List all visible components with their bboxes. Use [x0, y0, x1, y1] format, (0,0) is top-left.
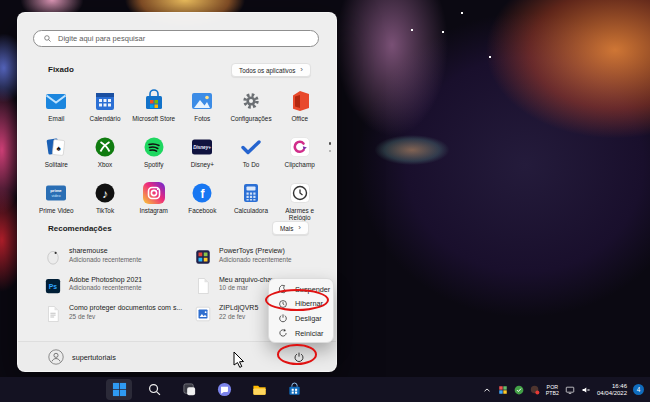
facebook-icon: f	[190, 181, 214, 205]
search-icon	[43, 34, 52, 43]
recommended-item-subtitle: Adicionado recentemente	[69, 284, 142, 292]
clock[interactable]: 16:46 04/04/2022	[597, 383, 627, 397]
xbox-icon	[93, 135, 117, 159]
recommended-section-title: Recomendações	[48, 224, 112, 233]
solitaire-icon: ♠	[44, 135, 68, 159]
taskbar-file-explorer-button[interactable]	[246, 379, 272, 400]
recommended-item-subtitle: Adicionado recentemente	[69, 256, 141, 264]
todo-check-icon	[239, 135, 263, 159]
email-icon	[44, 89, 68, 113]
power-menu-item[interactable]: Reiniciar	[269, 326, 333, 341]
pinned-app-label: Prime Video	[39, 207, 74, 214]
recommended-item-subtitle: 22 de fev	[219, 313, 258, 321]
spotify-icon	[142, 135, 166, 159]
pinned-app-label: Instagram	[139, 207, 167, 214]
svg-text:Ps: Ps	[49, 283, 58, 290]
mouse-cursor	[233, 351, 245, 372]
search-input[interactable]: Digite aqui para pesquisar	[33, 30, 319, 47]
pinned-section-title: Fixado	[48, 65, 74, 74]
alarm-clock-icon	[288, 181, 312, 205]
store-bag-icon	[287, 382, 302, 397]
tray-app-icon-2[interactable]	[514, 385, 524, 395]
search-placeholder: Digite aqui para pesquisar	[58, 34, 145, 43]
avatar	[48, 349, 64, 365]
power-menu-item[interactable]: Desligar	[269, 311, 333, 326]
tray-date: 04/04/2022	[597, 390, 627, 397]
pinned-app[interactable]: Configurações	[227, 87, 276, 133]
pinned-app-label: Alarmes e Relógio	[275, 207, 324, 221]
document-icon	[194, 277, 212, 295]
desktop: Digite aqui para pesquisar Fixado Todos …	[0, 0, 650, 402]
user-profile-button[interactable]: supertutoriais	[48, 349, 116, 365]
pinned-app[interactable]: ♪ TikTok	[81, 179, 130, 225]
pinned-app[interactable]: Office	[275, 87, 324, 133]
pinned-app-label: Disney+	[191, 161, 214, 168]
pinned-app[interactable]: Clipchamp	[275, 133, 324, 179]
pinned-app-label: Calendário	[90, 115, 121, 122]
taskbar-start-button[interactable]	[106, 379, 132, 400]
pinned-pagination-dots[interactable]	[329, 142, 332, 152]
pinned-app[interactable]: ♠ Solitaire	[32, 133, 81, 179]
notification-badge[interactable]: 4	[633, 384, 644, 395]
pinned-app[interactable]: Instagram	[129, 179, 178, 225]
prime-video-icon: primevideo	[44, 181, 68, 205]
svg-text:Disney+: Disney+	[193, 145, 211, 150]
recommended-item[interactable]: sharemouse Adicionado recentemente	[44, 247, 194, 276]
clipchamp-icon	[288, 135, 312, 159]
recommended-item[interactable]: Como proteger documentos com s... 25 de …	[44, 304, 194, 333]
taskbar-task-view-button[interactable]	[176, 379, 202, 400]
calendar-icon	[93, 89, 117, 113]
pinned-app[interactable]: Alarmes e Relógio	[275, 179, 324, 225]
taskbar-chat-button[interactable]	[211, 379, 237, 400]
pinned-app[interactable]: primevideo Prime Video	[32, 179, 81, 225]
pinned-app[interactable]: Microsoft Store	[129, 87, 178, 133]
microsoft-store-icon	[142, 89, 166, 113]
annotation-circle-hibernar	[265, 289, 329, 311]
chat-icon	[217, 382, 232, 397]
pinned-apps-grid: Email Calendário Microsoft Store Fotos	[32, 87, 324, 225]
pinned-app[interactable]: Spotify	[129, 133, 178, 179]
pinned-app[interactable]: Calendário	[81, 87, 130, 133]
language-indicator[interactable]: POR PTB2	[546, 384, 559, 396]
recommended-item[interactable]: Ps Adobe Photoshop 2021 Adicionado recen…	[44, 276, 194, 305]
calculator-icon	[239, 181, 263, 205]
chevron-right-icon: ›	[300, 66, 303, 74]
pinned-app-label: Email	[48, 115, 64, 122]
recommended-item-title: Adobe Photoshop 2021	[69, 276, 142, 285]
network-display-icon[interactable]	[565, 385, 575, 395]
pinned-app[interactable]: Xbox	[81, 133, 130, 179]
tray-app-icon-3[interactable]	[530, 385, 540, 395]
volume-muted-icon[interactable]	[581, 385, 591, 395]
svg-text:prime: prime	[51, 188, 63, 193]
recommended-item[interactable]: PowerToys (Preview) Adicionado recenteme…	[194, 247, 330, 276]
settings-gear-icon	[239, 89, 263, 113]
pinned-app[interactable]: Disney+ Disney+	[178, 133, 227, 179]
mouse-icon	[44, 248, 62, 266]
hidden-icons-chevron-icon[interactable]	[482, 385, 492, 395]
restart-icon	[278, 328, 288, 338]
chevron-right-icon: ›	[298, 224, 301, 232]
pinned-app-label: To Do	[243, 161, 260, 168]
more-button[interactable]: Mais ›	[272, 221, 309, 235]
tiktok-icon: ♪	[93, 181, 117, 205]
taskbar-store-button[interactable]	[281, 379, 307, 400]
disney-plus-icon: Disney+	[190, 135, 214, 159]
photoshop-icon: Ps	[44, 277, 62, 295]
annotation-circle-power	[277, 344, 317, 365]
pinned-app[interactable]: Fotos	[178, 87, 227, 133]
pinned-app[interactable]: Calculadora	[227, 179, 276, 225]
pinned-app[interactable]: To Do	[227, 133, 276, 179]
pinned-app[interactable]: f Facebook	[178, 179, 227, 225]
tray-app-icon-1[interactable]	[498, 385, 508, 395]
pinned-app[interactable]: Email	[32, 87, 81, 133]
document-lines-icon	[44, 305, 62, 323]
taskbar-search-button[interactable]	[141, 379, 167, 400]
photos-icon	[190, 89, 214, 113]
pinned-app-label: Spotify	[144, 161, 164, 168]
pinned-app-label: Clipchamp	[285, 161, 315, 168]
more-button-label: Mais	[280, 225, 293, 232]
taskbar-buttons	[106, 379, 307, 400]
power-menu-item-label: Reiniciar	[295, 329, 323, 338]
folder-icon	[252, 382, 267, 397]
all-apps-button[interactable]: Todos os aplicativos ›	[231, 63, 311, 77]
